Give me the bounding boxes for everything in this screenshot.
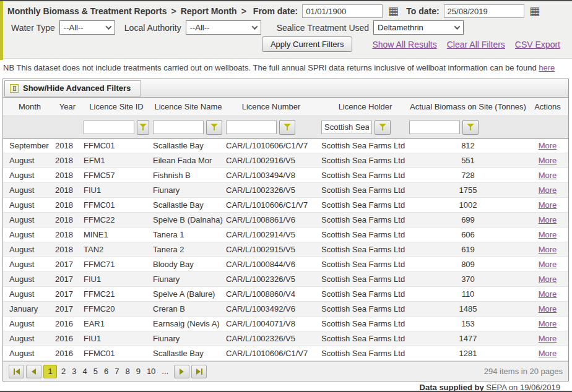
site-name-filter-input[interactable] bbox=[153, 121, 204, 134]
more-link[interactable]: More bbox=[539, 171, 557, 180]
more-link[interactable]: More bbox=[539, 289, 557, 299]
page-number[interactable]: 6 bbox=[101, 367, 111, 376]
filter-funnel-button[interactable] bbox=[462, 120, 479, 135]
page-number[interactable]: 3 bbox=[69, 367, 79, 376]
first-page-button[interactable] bbox=[9, 365, 24, 378]
filter-funnel-button[interactable] bbox=[137, 120, 149, 135]
show-hide-advanced-filters-button[interactable]: Show/Hide Advanced Filters bbox=[4, 80, 141, 96]
local-authority-select[interactable]: --All-- bbox=[186, 20, 261, 35]
last-page-button[interactable] bbox=[191, 365, 207, 378]
filter-funnel-button[interactable] bbox=[279, 120, 295, 135]
filter-funnel-button[interactable] bbox=[206, 120, 222, 135]
next-page-button[interactable] bbox=[174, 365, 189, 378]
cell-licence-number: CAR/L/1002326/V5 bbox=[223, 275, 316, 284]
cell-month: August bbox=[3, 245, 50, 254]
biomass-filter-input[interactable] bbox=[409, 121, 460, 134]
cell-site-name: Eilean Fada Mor bbox=[149, 156, 223, 165]
page-number[interactable]: 5 bbox=[90, 367, 101, 376]
local-authority-label: Local Authority bbox=[124, 23, 181, 33]
more-link[interactable]: More bbox=[539, 185, 557, 195]
here-link[interactable]: here bbox=[539, 63, 555, 72]
cell-biomass: 619 bbox=[409, 245, 527, 254]
more-link[interactable]: More bbox=[539, 319, 557, 328]
cell-year: 2018 bbox=[50, 230, 80, 239]
more-link[interactable]: More bbox=[539, 141, 557, 150]
column-header-actions[interactable]: Actions bbox=[527, 102, 568, 111]
cell-biomass: 1755 bbox=[409, 185, 527, 195]
header-action-link[interactable]: Show All Results bbox=[372, 40, 436, 49]
cell-licence-number: CAR/L/1003494/V8 bbox=[223, 171, 316, 180]
page-number[interactable]: 4 bbox=[79, 367, 90, 376]
more-link[interactable]: More bbox=[539, 304, 557, 313]
funnel-icon bbox=[139, 124, 147, 130]
sepa-biomass-report-page: Monthly Biomass & Treatment Reports > Re… bbox=[0, 0, 572, 392]
more-link[interactable]: More bbox=[539, 275, 557, 284]
cell-year: 2018 bbox=[50, 156, 80, 165]
calendar-icon[interactable]: ▦ bbox=[529, 5, 541, 17]
funnel-icon bbox=[467, 124, 474, 130]
grid-toolbar: Show/Hide Advanced Filters bbox=[3, 79, 568, 98]
page-number[interactable]: ... bbox=[158, 367, 171, 376]
calendar-icon[interactable]: ▦ bbox=[387, 5, 399, 17]
page-number[interactable]: 8 bbox=[122, 367, 132, 376]
more-link[interactable]: More bbox=[539, 156, 557, 165]
licence-holder-filter-input[interactable] bbox=[321, 121, 372, 134]
more-link[interactable]: More bbox=[539, 260, 557, 269]
cell-licence-holder: Scottish Sea Farms Ltd bbox=[316, 200, 409, 210]
column-header-licence-holder[interactable]: Licence Holder bbox=[316, 102, 409, 111]
cell-licence-holder: Scottish Sea Farms Ltd bbox=[316, 334, 409, 343]
yellow-accent-bar bbox=[0, 1, 3, 60]
table-row: August 2018 FFMC22 Spelve B (Dalnaha) CA… bbox=[3, 213, 568, 228]
page-number[interactable]: 7 bbox=[111, 367, 122, 376]
column-header-licence-number[interactable]: Licence Number bbox=[223, 102, 316, 111]
cell-actions: More bbox=[527, 275, 568, 284]
cell-licence-holder: Scottish Sea Farms Ltd bbox=[316, 319, 409, 328]
sealice-treatment-select[interactable]: Deltamethrin bbox=[373, 20, 464, 35]
from-date-input[interactable] bbox=[302, 4, 383, 18]
breadcrumb-reports: Monthly Biomass & Treatment Reports bbox=[7, 6, 167, 16]
cell-licence-number: CAR/L/1010606/C1/V7 bbox=[223, 349, 316, 358]
cell-site-id: FFMC21 bbox=[80, 289, 149, 299]
cell-licence-number: CAR/L/1008861/V6 bbox=[223, 215, 316, 224]
column-header-year[interactable]: Year bbox=[50, 102, 80, 111]
cell-actions: More bbox=[527, 334, 568, 343]
water-type-select[interactable]: --All-- bbox=[59, 20, 115, 35]
table-row: August 2016 FIU1 Fiunary CAR/L/1002326/V… bbox=[3, 331, 568, 346]
filter-cell-licence-number bbox=[223, 120, 316, 135]
more-link[interactable]: More bbox=[539, 215, 557, 224]
column-header-month[interactable]: Month bbox=[3, 102, 50, 111]
water-type-value: --All-- bbox=[64, 23, 84, 32]
cell-year: 2018 bbox=[50, 200, 80, 210]
header-action-link[interactable]: CSV Export bbox=[515, 40, 560, 49]
cell-site-id: FFMC71 bbox=[80, 260, 149, 269]
page-number[interactable]: 2 bbox=[58, 367, 69, 376]
more-link[interactable]: More bbox=[539, 334, 557, 343]
column-header-site-name[interactable]: Licence Site Name bbox=[149, 102, 223, 111]
more-link[interactable]: More bbox=[539, 349, 557, 358]
apply-filters-button[interactable]: Apply Current Filters bbox=[262, 36, 352, 52]
cell-year: 2016 bbox=[50, 319, 80, 328]
funnel-icon bbox=[210, 124, 218, 130]
column-header-biomass[interactable]: Actual Biomass on Site (Tonnes) bbox=[409, 102, 527, 111]
table-row: August 2018 MINE1 Tanera 1 CAR/L/1002914… bbox=[3, 228, 568, 242]
page-number[interactable]: 10 bbox=[144, 367, 158, 376]
cell-licence-holder: Scottish Sea Farms Ltd bbox=[316, 260, 409, 269]
header-action-link[interactable]: Clear All Filters bbox=[447, 40, 505, 49]
cell-site-id: FFMC01 bbox=[80, 200, 149, 210]
more-link[interactable]: More bbox=[539, 230, 557, 239]
more-link[interactable]: More bbox=[539, 245, 557, 254]
site-id-filter-input[interactable] bbox=[84, 121, 134, 134]
current-page-button[interactable]: 1 bbox=[43, 365, 57, 378]
cell-biomass: 1485 bbox=[409, 304, 527, 313]
filter-funnel-button[interactable] bbox=[375, 120, 391, 135]
funnel-icon bbox=[284, 124, 291, 130]
previous-page-button[interactable] bbox=[26, 365, 41, 378]
filter-cell-site-name bbox=[149, 120, 223, 135]
column-header-site-id[interactable]: Licence Site ID bbox=[80, 102, 149, 111]
more-link[interactable]: More bbox=[539, 200, 557, 210]
funnel-icon bbox=[379, 124, 386, 130]
cell-site-id: FFMC01 bbox=[80, 349, 149, 358]
page-number[interactable]: 9 bbox=[133, 367, 144, 376]
licence-number-filter-input[interactable] bbox=[226, 121, 277, 134]
to-date-input[interactable] bbox=[444, 4, 524, 18]
